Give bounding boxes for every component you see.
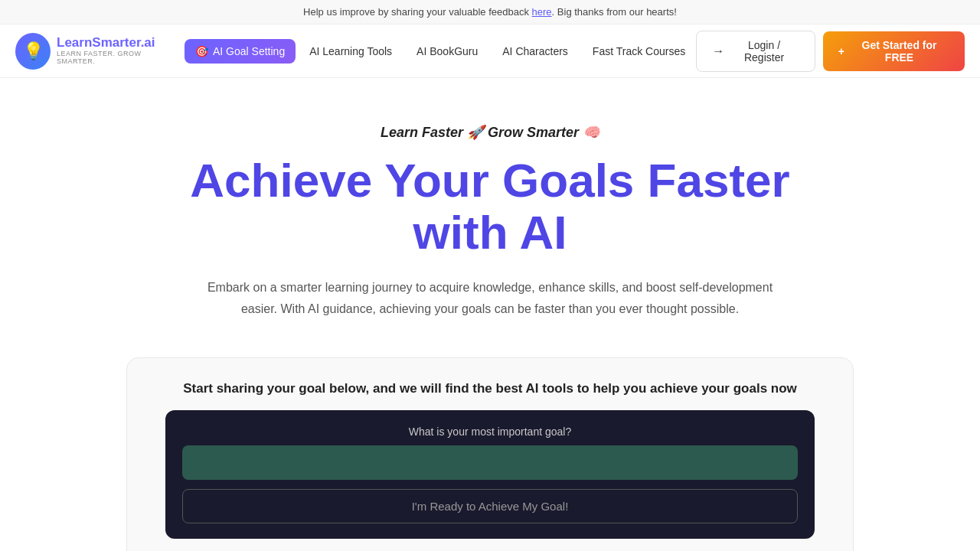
plus-icon: + — [838, 45, 844, 57]
nav-item-fast-track[interactable]: Fast Track Courses — [582, 39, 696, 64]
logo[interactable]: 💡 LearnSmarter.ai LEARN FASTER. GROW SMA… — [15, 33, 177, 70]
banner-text-after: . Big thanks from our hearts! — [552, 6, 677, 18]
logo-icon: 💡 — [15, 33, 51, 70]
goal-setting-icon: 🎯 — [195, 45, 208, 57]
nav-item-fast-track-label: Fast Track Courses — [593, 45, 685, 57]
nav-item-learning-tools-label: AI Learning Tools — [309, 45, 392, 57]
login-icon: → — [712, 44, 724, 58]
goal-form-label: What is your most important goal? — [182, 425, 798, 438]
logo-tagline: LEARN FASTER. GROW SMARTER. — [57, 51, 177, 66]
nav-item-bookguru-label: AI BookGuru — [416, 45, 478, 57]
nav-item-goal-setting[interactable]: 🎯 AI Goal Setting — [185, 39, 296, 64]
hero-description: Embark on a smarter learning journey to … — [199, 277, 781, 318]
hero-title: Achieve Your Goals Faster with AI — [145, 155, 835, 259]
nav-item-characters[interactable]: AI Characters — [492, 39, 579, 64]
get-started-button[interactable]: + Get Started for FREE — [823, 31, 965, 71]
banner-text-before: Help us improve by sharing your valuable… — [303, 6, 531, 18]
nav-item-characters-label: AI Characters — [502, 45, 568, 57]
login-label: Login / Register — [729, 39, 799, 64]
nav-actions: → Login / Register + Get Started for FRE… — [696, 31, 965, 72]
goal-input[interactable] — [182, 445, 798, 480]
nav-item-bookguru[interactable]: AI BookGuru — [406, 39, 488, 64]
goal-card-wrapper: Start sharing your goal below, and we wi… — [126, 357, 854, 551]
banner-link[interactable]: here — [532, 6, 552, 18]
nav-item-learning-tools[interactable]: AI Learning Tools — [299, 39, 403, 64]
logo-name: LearnSmarter.ai — [57, 36, 177, 51]
logo-name-suffix: .ai — [141, 35, 155, 50]
goal-card-title: Start sharing your goal below, and we wi… — [165, 381, 815, 396]
hero-section: Learn Faster 🚀 Grow Smarter 🧠 Achieve Yo… — [0, 78, 980, 551]
top-banner: Help us improve by sharing your valuable… — [0, 0, 980, 24]
navbar: 💡 LearnSmarter.ai LEARN FASTER. GROW SMA… — [0, 24, 980, 78]
get-started-label: Get Started for FREE — [849, 39, 949, 64]
nav-item-goal-setting-label: AI Goal Setting — [213, 45, 285, 57]
nav-menu: 🎯 AI Goal Setting AI Learning Tools AI B… — [185, 39, 696, 64]
hero-tagline: Learn Faster 🚀 Grow Smarter 🧠 — [381, 124, 599, 141]
goal-inner-card: What is your most important goal? I'm Re… — [165, 410, 815, 539]
goal-submit-button[interactable]: I'm Ready to Achieve My Goal! — [182, 489, 798, 523]
logo-name-prefix: LearnSmarter — [57, 35, 141, 50]
login-button[interactable]: → Login / Register — [696, 31, 815, 72]
